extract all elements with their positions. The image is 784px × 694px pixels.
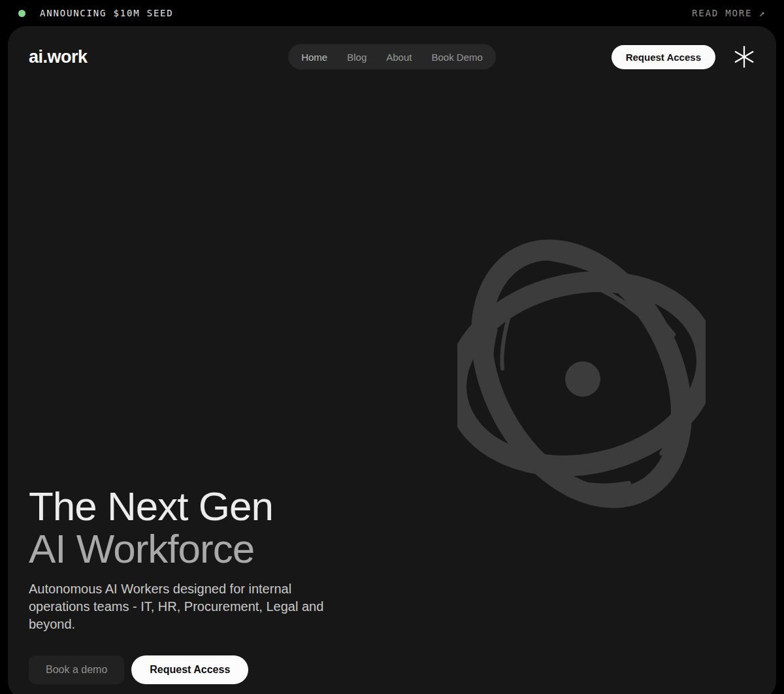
main-nav: Home Blog About Book Demo	[288, 44, 496, 70]
orbit-center-dot	[565, 361, 600, 397]
hero-title-line2: AI Workforce	[29, 527, 368, 570]
nav-item-book-demo[interactable]: Book Demo	[431, 52, 482, 63]
nav-item-about[interactable]: About	[386, 52, 412, 63]
announcement-bar: ANNOUNCING $10M SEED READ MORE ↗	[0, 0, 784, 26]
hero-request-access-button[interactable]: Request Access	[131, 655, 248, 684]
request-access-button[interactable]: Request Access	[612, 45, 715, 69]
status-dot-icon	[18, 10, 25, 17]
logo[interactable]: ai.work	[29, 47, 88, 67]
hero-description: Autonomous AI Workers designed for inter…	[29, 580, 328, 633]
hero-title: The Next Gen AI Workforce	[29, 485, 368, 570]
arrow-northeast-icon: ↗	[759, 7, 766, 19]
nav-item-blog[interactable]: Blog	[347, 52, 367, 63]
hero-section: The Next Gen AI Workforce Autonomous AI …	[29, 485, 368, 684]
nav-item-home[interactable]: Home	[301, 52, 327, 63]
hero-title-line1: The Next Gen	[29, 485, 368, 527]
cta-row: Book a demo Request Access	[29, 655, 368, 684]
book-demo-button[interactable]: Book a demo	[29, 655, 124, 684]
asterisk-icon[interactable]	[732, 45, 756, 69]
site-header: ai.work Home Blog About Book Demo Reques…	[8, 26, 776, 88]
orbit-illustration	[457, 222, 706, 526]
read-more-link[interactable]: READ MORE ↗	[692, 7, 766, 19]
read-more-label: READ MORE	[692, 8, 752, 18]
main-card: ai.work Home Blog About Book Demo Reques…	[8, 26, 776, 694]
announcement-text: ANNOUNCING $10M SEED	[40, 8, 174, 18]
